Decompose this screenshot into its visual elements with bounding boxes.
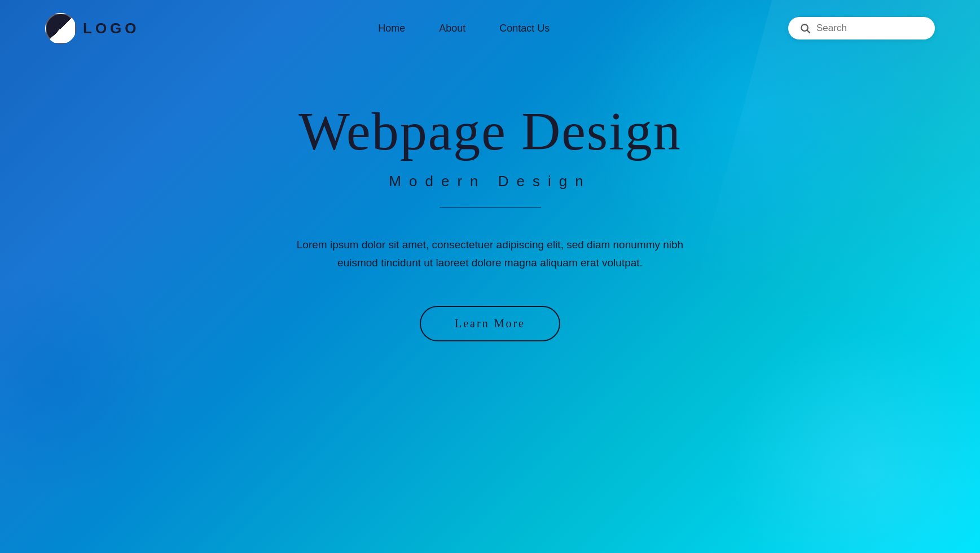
page-wrapper: LOGO Home About Contact Us Webpage Desig… bbox=[0, 0, 980, 553]
logo-area: LOGO bbox=[45, 13, 140, 44]
logo-icon bbox=[45, 13, 76, 44]
nav-links: Home About Contact Us bbox=[378, 23, 550, 34]
search-input[interactable] bbox=[816, 23, 924, 34]
search-icon bbox=[799, 23, 811, 34]
hero-subtitle: Modern Design bbox=[389, 173, 591, 190]
logo-text: LOGO bbox=[83, 20, 140, 37]
hero-divider bbox=[440, 207, 541, 208]
svg-line-1 bbox=[807, 30, 810, 33]
navbar: LOGO Home About Contact Us bbox=[0, 0, 980, 56]
bg-blob-2 bbox=[726, 327, 980, 553]
search-bar bbox=[788, 17, 935, 40]
nav-link-about[interactable]: About bbox=[439, 23, 465, 34]
nav-link-home[interactable]: Home bbox=[378, 23, 405, 34]
hero-description: Lorem ipsum dolor sit amet, consectetuer… bbox=[276, 236, 705, 273]
nav-link-contact[interactable]: Contact Us bbox=[499, 23, 550, 34]
hero-title: Webpage Design bbox=[298, 102, 682, 161]
learn-more-button[interactable]: Learn More bbox=[420, 306, 560, 341]
hero-section: Webpage Design Modern Design Lorem ipsum… bbox=[0, 56, 980, 341]
